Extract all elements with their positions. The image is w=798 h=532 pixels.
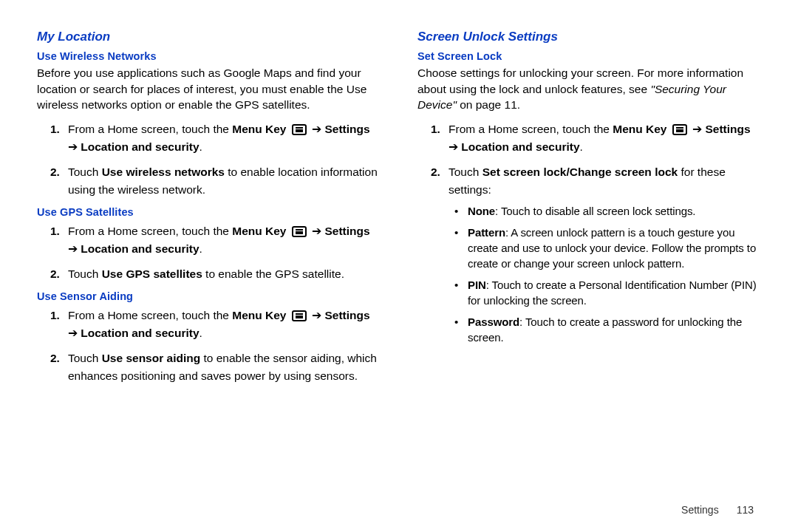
step-number: 1. (37, 120, 68, 156)
arrow-icon: ➔ (68, 140, 81, 153)
bold-text: Settings (324, 123, 369, 135)
bold-text: Location and security (81, 140, 199, 153)
bold-text: Location and security (461, 140, 579, 153)
text: : A screen unlock pattern is a touch ges… (468, 226, 756, 270)
bold-text: Menu Key (232, 309, 286, 321)
step-number: 2. (417, 163, 449, 351)
step-number: 2. (37, 163, 68, 199)
bold-text: Location and security (81, 327, 199, 339)
list-item: 2. Touch Use sensor aiding to enable the… (37, 349, 381, 385)
step-body: From a Home screen, touch the Menu Key ➔… (68, 120, 381, 156)
bold-text: Use wireless networks (102, 166, 225, 178)
subheading-use-gps-satellites: Use GPS Satellites (37, 206, 381, 218)
text: From a Home screen, touch the (449, 123, 613, 135)
bold-text: Settings (324, 225, 369, 237)
text: Touch (449, 166, 482, 178)
subheading-use-wireless-networks: Use Wireless Networks (37, 50, 381, 62)
text: . (580, 140, 583, 153)
list-item: 2. Touch Use wireless networks to enable… (37, 163, 381, 199)
list-item: • Password: Touch to create a password f… (449, 314, 761, 345)
list-item: 1. From a Home screen, touch the Menu Ke… (37, 307, 381, 342)
list-item: • PIN: Touch to create a Personal Identi… (449, 277, 761, 308)
menu-key-icon (672, 124, 687, 135)
ordered-list: 1. From a Home screen, touch the Menu Ke… (37, 307, 381, 385)
text: From a Home screen, touch the (68, 309, 232, 321)
arrow-icon: ➔ (449, 140, 461, 153)
bullet-icon: • (449, 203, 468, 219)
bold-text: Use GPS satellites (102, 267, 202, 280)
step-body: From a Home screen, touch the Menu Key ➔… (68, 222, 381, 258)
arrow-icon: ➔ (309, 225, 325, 237)
ordered-list: 1. From a Home screen, touch the Menu Ke… (37, 120, 381, 199)
ordered-list: 1. From a Home screen, touch the Menu Ke… (417, 120, 761, 351)
step-body: From a Home screen, touch the Menu Key ➔… (68, 307, 381, 342)
step-number: 2. (37, 265, 68, 283)
ordered-list: 1. From a Home screen, touch the Menu Ke… (37, 222, 381, 283)
step-body: Touch Use wireless networks to enable lo… (68, 163, 381, 199)
list-item: • None: Touch to disable all screen lock… (449, 203, 761, 219)
text: . (200, 140, 202, 153)
paragraph: Choose settings for unlocking your scree… (417, 65, 761, 113)
text: : Touch to create a Personal Identificat… (468, 279, 757, 307)
right-column: Screen Unlock Settings Set Screen Lock C… (417, 30, 761, 392)
bold-text: Pattern (468, 226, 505, 239)
menu-key-icon (292, 310, 307, 321)
paragraph: Before you use applications such as Goog… (37, 65, 381, 113)
subheading-set-screen-lock: Set Screen Lock (417, 50, 761, 62)
text: Touch (68, 352, 102, 364)
bullet-body: Pattern: A screen unlock pattern is a to… (468, 225, 761, 271)
arrow-icon: ➔ (689, 123, 706, 135)
list-item: 1. From a Home screen, touch the Menu Ke… (417, 120, 761, 156)
bold-text: Settings (705, 123, 750, 135)
footer-section-label: Settings (681, 504, 719, 516)
step-body: Touch Use GPS satellites to enable the G… (68, 265, 381, 283)
bold-text: PIN (468, 279, 486, 291)
menu-key-icon (292, 124, 307, 135)
bold-text: Menu Key (613, 123, 666, 135)
bold-text: Password (468, 316, 519, 328)
bullet-body: PIN: Touch to create a Personal Identifi… (468, 277, 761, 308)
step-number: 2. (37, 349, 68, 385)
text: on page 11. (457, 98, 520, 111)
footer-page-number: 113 (737, 504, 754, 516)
bullet-icon: • (449, 277, 468, 308)
bold-text: Menu Key (232, 225, 286, 237)
list-item: 1. From a Home screen, touch the Menu Ke… (37, 120, 381, 156)
step-number: 1. (37, 222, 68, 258)
text: Touch (68, 267, 102, 280)
bullet-body: Password: Touch to create a password for… (468, 314, 761, 345)
text: . (200, 327, 202, 339)
left-column: My Location Use Wireless Networks Before… (37, 30, 381, 392)
bullet-body: None: Touch to disable all screen lock s… (468, 203, 761, 219)
step-number: 1. (37, 307, 68, 342)
step-body: Touch Set screen lock/Change screen lock… (449, 163, 761, 351)
step-body: Touch Use sensor aiding to enable the se… (68, 349, 381, 385)
text: From a Home screen, touch the (68, 123, 232, 135)
step-body: From a Home screen, touch the Menu Key ➔… (449, 120, 761, 156)
bold-text: None (468, 205, 495, 217)
section-title-my-location: My Location (37, 30, 381, 44)
page-footer: Settings113 (681, 504, 754, 516)
menu-key-icon (292, 226, 307, 237)
bold-text: Use sensor aiding (102, 352, 201, 364)
arrow-icon: ➔ (68, 242, 81, 255)
text: Touch (68, 166, 102, 178)
subheading-use-sensor-aiding: Use Sensor Aiding (37, 290, 381, 302)
bullet-icon: • (449, 225, 468, 271)
bullet-icon: • (449, 314, 468, 345)
bold-text: Set screen lock/Change screen lock (482, 166, 678, 178)
arrow-icon: ➔ (68, 327, 81, 339)
bold-text: Settings (324, 309, 369, 321)
text: . (200, 242, 202, 255)
bold-text: Location and security (81, 242, 199, 255)
list-item: • Pattern: A screen unlock pattern is a … (449, 225, 761, 271)
section-title-screen-unlock-settings: Screen Unlock Settings (417, 30, 761, 44)
manual-page: My Location Use Wireless Networks Before… (0, 0, 798, 532)
step-number: 1. (417, 120, 449, 156)
arrow-icon: ➔ (309, 123, 325, 135)
text: to enable the GPS satellite. (202, 267, 344, 280)
text: From a Home screen, touch the (68, 225, 232, 237)
list-item: 1. From a Home screen, touch the Menu Ke… (37, 222, 381, 258)
two-column-layout: My Location Use Wireless Networks Before… (37, 30, 761, 392)
bold-text: Menu Key (232, 123, 286, 135)
